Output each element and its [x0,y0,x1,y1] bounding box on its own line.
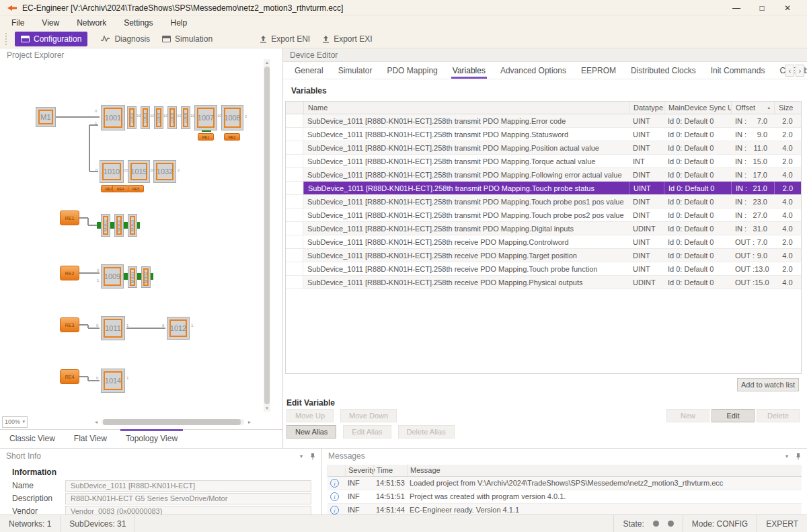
export-eni-button[interactable]: Export ENI [254,32,316,46]
column-header-offset[interactable]: Offset▴ [731,102,774,114]
column-header-name[interactable]: Name [303,102,629,114]
move-up-button[interactable]: Move Up [286,409,334,422]
scroll-right-icon[interactable]: ▸ [248,419,251,425]
delete-alias-button[interactable]: Delete Alias [398,425,455,439]
chevron-down-icon[interactable]: ▾ [785,453,788,459]
table-row[interactable]: SubDevice_1011 [R88D-KN01H-ECT].258th tr… [286,128,801,141]
minimize-button[interactable]: ― [724,3,749,13]
tab-variables[interactable]: Variables [445,62,493,79]
scroll-left-icon[interactable]: ◂ [95,419,98,425]
topology-node-1001[interactable]: 1001 [101,105,125,130]
table-row[interactable]: SubDevice_1011 [R88D-KN01H-ECT].258th re… [286,262,801,276]
scrollbar-thumb[interactable] [264,67,270,404]
pin-icon[interactable] [796,453,801,460]
topology-node-1014[interactable]: 1014 [101,369,125,393]
column-header-maindevice-sync-unit[interactable]: MainDevice Sync Unit [664,102,731,114]
topology-ref-re1[interactable]: RE1 [60,211,79,225]
topology-module-m002[interactable]: M002 [114,214,124,237]
topology-node-1008[interactable]: 1008 [221,105,243,130]
tabs-scroll-right-icon[interactable]: › [796,65,804,77]
topology-module-1005[interactable]: 1005 [167,106,177,129]
tab-simulator[interactable]: Simulator [331,62,380,79]
tab-distributed-clocks[interactable]: Distributed Clocks [623,62,703,79]
table-row[interactable]: SubDevice_1011 [R88D-KN01H-ECT].258th re… [286,235,801,249]
menu-item-help[interactable]: Help [162,18,196,28]
table-row[interactable]: SubDevice_1011 [R88D-KN01H-ECT].258th tr… [286,195,801,208]
menu-item-file[interactable]: File [3,18,33,28]
field-value-input[interactable]: R88D-KN01H-ECT G5 Series ServoDrive/Moto… [65,493,311,504]
topology-node-1009[interactable]: 1009 [101,264,124,289]
menu-item-network[interactable]: Network [68,18,115,28]
topology-ref-re3[interactable]: RE3 [60,317,79,332]
topology-module-m003[interactable]: M003 [128,214,137,237]
close-button[interactable]: ✕ [775,3,800,13]
column-header-size[interactable]: Size [774,102,801,114]
tab-init-commands[interactable]: Init Commands [703,62,773,79]
topology-module-1006[interactable]: 1006 [181,106,190,129]
simulation-button[interactable]: Simulation [156,32,219,46]
topology-ref-re2[interactable]: RE2 [60,266,79,280]
column-header-message[interactable]: Message [407,465,802,476]
move-down-button[interactable]: Move Down [340,409,397,422]
topology-canvas[interactable]: M110011002100310041005100610071008101010… [0,50,264,414]
table-row[interactable]: SubDevice_1011 [R88D-KN01H-ECT].258th tr… [286,182,801,195]
view-tab-topology-view[interactable]: Topology View [126,430,178,447]
menu-item-settings[interactable]: Settings [115,18,161,28]
table-row[interactable]: SubDevice_1011 [R88D-KN01H-ECT].258th tr… [286,155,801,168]
tabs-scroll-left-icon[interactable]: ‹ [785,65,794,77]
topology-node-m1[interactable]: M1 [36,107,56,127]
column-header-gutter[interactable] [286,102,303,114]
topology-module-m001[interactable]: M001 [101,214,110,237]
zoom-level-select[interactable]: 100% ▾ [2,416,28,428]
topology-node-1007[interactable]: 1007 [194,105,217,130]
message-row[interactable]: iINF14:51:44EC-Engineer ready. Version 4… [328,504,802,515]
delete-button[interactable]: Delete [757,409,800,422]
configuration-button[interactable]: Configuration [15,32,87,46]
message-row[interactable]: iINF14:51:51Project was created with pro… [328,490,802,504]
maximize-button[interactable]: □ [749,3,775,13]
column-header-time[interactable]: Time [373,465,407,476]
add-to-watch-list-button[interactable]: Add to watch list [737,378,799,391]
topology-module-m001[interactable]: M001 [128,266,137,288]
menu-item-view[interactable]: View [33,18,68,28]
topology-node-1015[interactable]: 1015 [128,160,150,183]
edit-alias-button[interactable]: Edit Alias [343,425,391,439]
new-button[interactable]: New [666,409,709,422]
scroll-down-icon[interactable]: ▾ [266,405,268,412]
table-row[interactable]: SubDevice_1011 [R88D-KN01H-ECT].258th tr… [286,114,801,128]
new-alias-button[interactable]: New Alias [286,425,336,439]
topology-node-1011[interactable]: 1011 [101,316,125,340]
toolbar-grip[interactable] [5,33,8,45]
pin-icon[interactable] [310,453,315,460]
chevron-down-icon[interactable]: ▾ [300,453,303,459]
field-value-input[interactable]: SubDevice_1011 [R88D-KN01H-ECT] [65,480,311,492]
column-header-datatype[interactable]: Datatype [629,102,664,114]
topology-module-1003[interactable]: 1003 [141,106,150,129]
message-row[interactable]: iINF14:51:53Loaded project from V:\Archi… [328,477,802,490]
view-tab-flat-view[interactable]: Flat View [74,430,107,447]
table-row[interactable]: SubDevice_1011 [R88D-KN01H-ECT].258th tr… [286,141,801,155]
diagnosis-button[interactable]: Diagnosis [94,32,156,46]
view-tab-classic-view[interactable]: Classic View [9,430,55,447]
table-row[interactable]: SubDevice_1011 [R88D-KN01H-ECT].258th re… [286,276,801,289]
edit-button[interactable]: Edit [712,409,755,422]
topology-node-1012[interactable]: 1012 [167,317,190,340]
topology-ref-re4[interactable]: RE4 [60,369,79,384]
topology-node-1032[interactable]: 1032 [153,160,176,183]
table-row[interactable]: SubDevice_1011 [R88D-KN01H-ECT].258th tr… [286,168,801,182]
topology-vertical-scrollbar[interactable]: ▴ ▾ [264,59,270,412]
scroll-up-icon[interactable]: ▴ [266,59,268,66]
export-exi-button[interactable]: Export EXI [316,32,378,46]
table-row[interactable]: SubDevice_1011 [R88D-KN01H-ECT].258th re… [286,249,801,262]
tab-pdo-mapping[interactable]: PDO Mapping [379,62,445,79]
hscroll-thumb[interactable] [103,419,241,425]
tab-eeprom[interactable]: EEPROM [574,62,623,79]
tab-advanced-options[interactable]: Advanced Options [493,62,574,79]
table-row[interactable]: SubDevice_1011 [R88D-KN01H-ECT].258th tr… [286,208,801,222]
column-header-icon[interactable] [328,465,345,476]
topology-node-1010[interactable]: 1010 [100,160,124,183]
tab-general[interactable]: General [287,62,331,79]
field-value-input[interactable]: Vendor_0083 (0x00000083) [65,506,311,515]
topology-module-1004[interactable]: 1004 [154,106,163,129]
table-row[interactable]: SubDevice_1011 [R88D-KN01H-ECT].258th tr… [286,222,801,235]
